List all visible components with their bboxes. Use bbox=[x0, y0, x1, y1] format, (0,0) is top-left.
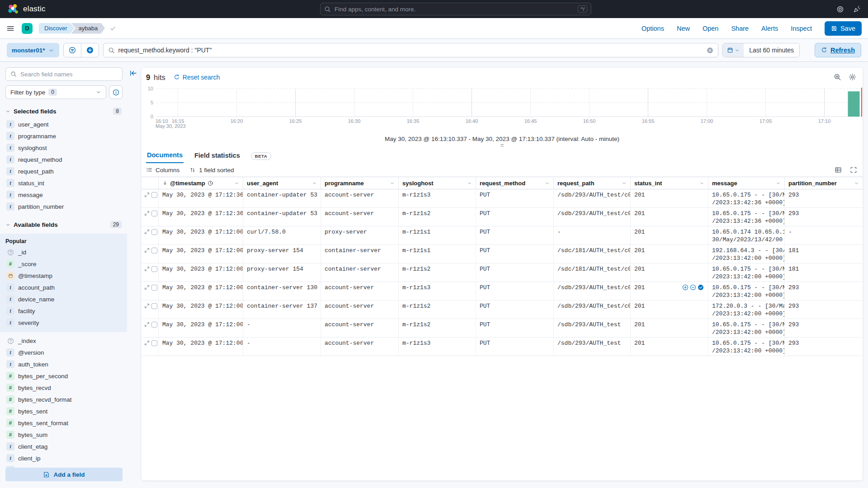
global-search-input[interactable] bbox=[335, 6, 574, 13]
options-link[interactable]: Options bbox=[642, 25, 664, 32]
grid-header-message[interactable]: message bbox=[708, 177, 785, 189]
add-filter-button[interactable] bbox=[81, 43, 99, 57]
expand-document-icon[interactable] bbox=[144, 211, 150, 216]
field-item-sysloghost[interactable]: tsysloghost bbox=[5, 142, 123, 154]
row-checkbox[interactable] bbox=[151, 322, 157, 328]
time-picker-calendar-button[interactable] bbox=[723, 43, 744, 57]
grid-header-sysloghost[interactable]: sysloghost bbox=[399, 177, 476, 189]
expand-document-icon[interactable] bbox=[144, 266, 150, 272]
field-item-client_ip[interactable]: tclient_ip bbox=[5, 452, 123, 464]
field-item-_score[interactable]: #_score bbox=[5, 258, 123, 270]
grid-header-user_agent[interactable]: user_agent bbox=[243, 177, 321, 189]
row-checkbox[interactable] bbox=[151, 266, 157, 272]
sort-fields-button[interactable]: 1 field sorted bbox=[189, 167, 234, 174]
field-item-severity[interactable]: tseverity bbox=[5, 317, 123, 328]
grid-header-@timestamp[interactable]: @timestamp bbox=[159, 177, 243, 189]
add-field-button[interactable]: Add a field bbox=[5, 468, 123, 481]
expand-document-icon[interactable] bbox=[144, 340, 150, 346]
row-checkbox[interactable] bbox=[151, 340, 157, 346]
field-item-_id[interactable]: _id bbox=[5, 246, 123, 258]
chart-options-gear-icon[interactable] bbox=[849, 73, 856, 81]
breadcrumb-saved-search[interactable]: aybaba bbox=[71, 23, 105, 34]
field-item-message[interactable]: tmessage bbox=[5, 189, 123, 201]
field-item-bytes_sent[interactable]: #bytes_sent bbox=[5, 405, 123, 417]
breadcrumb-discover[interactable]: Discover bbox=[39, 23, 75, 34]
tab-field-statistics[interactable]: Field statistics bbox=[193, 149, 241, 163]
expand-document-icon[interactable] bbox=[144, 322, 150, 327]
columns-button[interactable]: Columns bbox=[146, 167, 179, 174]
grid-header-request_path[interactable]: request_path bbox=[554, 177, 631, 189]
query-input-box[interactable] bbox=[103, 43, 719, 57]
collapse-sidebar-icon[interactable] bbox=[129, 69, 137, 77]
expand-document-icon[interactable] bbox=[144, 285, 150, 290]
field-item-bytes_recvd[interactable]: #bytes_recvd bbox=[5, 382, 123, 394]
field-item-facility[interactable]: tfacility bbox=[5, 305, 123, 317]
new-link[interactable]: New bbox=[677, 25, 690, 32]
row-checkbox[interactable] bbox=[151, 285, 157, 291]
hits-histogram[interactable]: 051016:10May 30, 202316:1516:2016:2516:3… bbox=[142, 83, 863, 135]
appearance-icon[interactable] bbox=[836, 5, 844, 13]
time-range-value[interactable]: Last 60 minutes bbox=[744, 43, 799, 57]
inspect-chart-icon[interactable] bbox=[834, 73, 841, 81]
field-item-bytes_sum[interactable]: #bytes_sum bbox=[5, 429, 123, 441]
chart-resize-handle[interactable]: = bbox=[493, 143, 511, 148]
grid-header-status_int[interactable]: status_int bbox=[631, 177, 708, 189]
save-button[interactable]: Save bbox=[825, 21, 862, 36]
row-checkbox[interactable] bbox=[151, 303, 157, 309]
field-item-@version[interactable]: t@version bbox=[5, 347, 123, 358]
field-item-@timestamp[interactable]: @timestamp bbox=[5, 270, 123, 282]
field-item-request_path[interactable]: trequest_path bbox=[5, 165, 123, 177]
minus-circle-icon[interactable] bbox=[690, 284, 696, 291]
expand-document-icon[interactable] bbox=[144, 229, 150, 235]
available-fields-header[interactable]: Available fields 29 bbox=[5, 219, 123, 230]
field-item-client_etag[interactable]: tclient_etag bbox=[5, 441, 123, 452]
saved-query-menu-button[interactable] bbox=[64, 43, 81, 57]
field-item-status_int[interactable]: tstatus_int bbox=[5, 177, 123, 189]
field-item-_index[interactable]: _index bbox=[5, 335, 123, 347]
app-initial-badge[interactable]: D bbox=[22, 23, 33, 34]
check-circle-icon[interactable] bbox=[698, 284, 704, 291]
clear-query-icon[interactable] bbox=[707, 47, 713, 54]
grid-header-programname[interactable]: programname bbox=[321, 177, 399, 189]
expand-document-icon[interactable] bbox=[144, 192, 150, 197]
plus-circle-icon[interactable] bbox=[682, 284, 689, 291]
field-search-box[interactable] bbox=[5, 67, 123, 81]
expand-document-icon[interactable] bbox=[144, 248, 150, 253]
fullscreen-icon[interactable] bbox=[850, 166, 857, 174]
field-item-user_agent[interactable]: tuser_agent bbox=[5, 118, 123, 130]
alerts-link[interactable]: Alerts bbox=[761, 25, 778, 32]
tab-documents[interactable]: Documents bbox=[146, 149, 184, 163]
row-checkbox[interactable] bbox=[151, 229, 157, 235]
selected-fields-header[interactable]: Selected fields 8 bbox=[5, 106, 123, 117]
grid-header-partition_number[interactable]: partition_number bbox=[785, 177, 863, 189]
reset-search-link[interactable]: Reset search bbox=[174, 74, 220, 81]
data-view-picker[interactable]: monster01* bbox=[7, 43, 59, 57]
open-link[interactable]: Open bbox=[703, 25, 718, 32]
inspect-link[interactable]: Inspect bbox=[791, 25, 812, 32]
field-item-auth_token[interactable]: tauth_token bbox=[5, 358, 123, 370]
field-item-bytes_recvd_format[interactable]: #bytes_recvd_format bbox=[5, 394, 123, 405]
display-options-icon[interactable] bbox=[835, 166, 842, 174]
refresh-button[interactable]: Refresh bbox=[815, 43, 861, 57]
row-checkbox[interactable] bbox=[151, 192, 157, 198]
field-item-partition_number[interactable]: tpartition_number bbox=[5, 201, 123, 212]
field-item-request_method[interactable]: trequest_method bbox=[5, 154, 123, 165]
grid-header-request_method[interactable]: request_method bbox=[476, 177, 554, 189]
elastic-logo[interactable]: elastic bbox=[7, 3, 46, 15]
field-item-programname[interactable]: tprogramname bbox=[5, 130, 123, 142]
field-types-help-button[interactable] bbox=[109, 85, 123, 99]
newsfeed-icon[interactable] bbox=[853, 5, 861, 13]
filter-by-type-button[interactable]: Filter by type 0 bbox=[5, 85, 106, 99]
field-item-device_name[interactable]: tdevice_name bbox=[5, 293, 123, 305]
field-search-input[interactable] bbox=[20, 71, 118, 78]
global-search[interactable]: ^/ bbox=[320, 3, 591, 15]
field-item-account_path[interactable]: taccount_path bbox=[5, 282, 123, 293]
row-checkbox[interactable] bbox=[151, 211, 157, 216]
row-checkbox[interactable] bbox=[151, 248, 157, 253]
field-item-bytes_per_second[interactable]: #bytes_per_second bbox=[5, 370, 123, 382]
menu-icon[interactable] bbox=[6, 24, 14, 33]
query-input[interactable] bbox=[118, 47, 703, 54]
field-item-bytes_sent_format[interactable]: #bytes_sent_format bbox=[5, 417, 123, 429]
expand-document-icon[interactable] bbox=[144, 303, 150, 309]
share-link[interactable]: Share bbox=[731, 25, 749, 32]
